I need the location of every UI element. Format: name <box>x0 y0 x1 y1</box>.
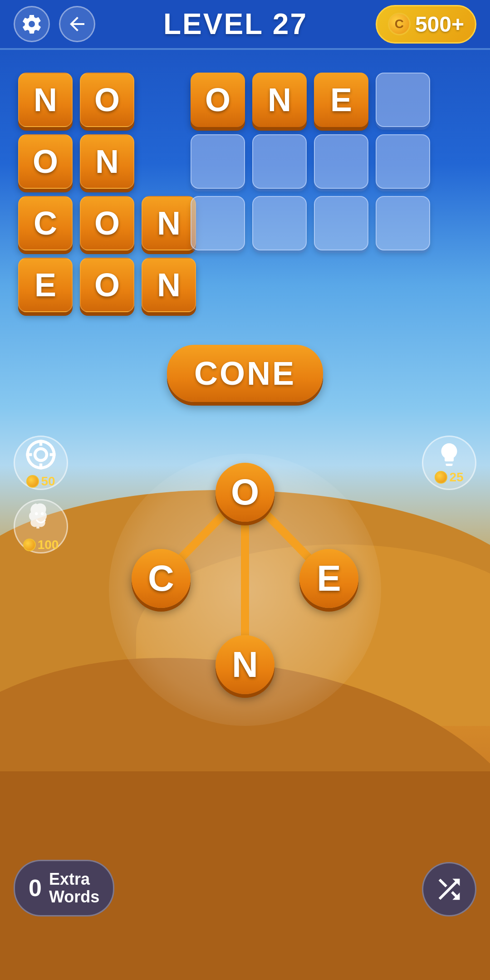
coin-icon: C <box>388 13 411 35</box>
brain-cost: 100 <box>23 538 59 552</box>
target-icon <box>23 437 59 472</box>
target-cost: 50 <box>26 474 55 489</box>
circle-letter-O[interactable]: O <box>216 463 274 522</box>
hint-cost-coin <box>435 471 447 484</box>
tile-N3[interactable]: N <box>142 196 196 250</box>
back-button[interactable] <box>59 6 95 42</box>
tile-O1[interactable]: O <box>80 73 134 127</box>
brain-cost-value: 100 <box>38 538 59 552</box>
level-title: LEVEL 27 <box>163 7 308 41</box>
hint-button[interactable]: 25 <box>422 436 476 490</box>
word-row-4: E O N <box>18 258 196 312</box>
answer-tile-empty-7 <box>252 196 307 250</box>
extra-words-label: ExtraWords <box>49 870 99 906</box>
current-word-text: CONE <box>194 355 296 392</box>
tile-O2[interactable]: O <box>18 134 73 189</box>
brain-button[interactable]: 100 <box>14 499 68 554</box>
tile-N1[interactable]: N <box>18 73 73 127</box>
extra-words-count: 0 <box>29 874 42 902</box>
current-word-display: CONE <box>167 345 323 402</box>
circle-letter-N[interactable]: N <box>216 635 274 694</box>
gear-icon <box>21 13 43 35</box>
shuffle-button[interactable] <box>422 862 476 916</box>
settings-button[interactable] <box>14 6 50 42</box>
answer-tile-empty-8 <box>314 196 368 250</box>
header: LEVEL 27 C 500+ <box>0 0 490 50</box>
answer-tile-empty-2 <box>191 134 245 189</box>
hint-cost-value: 25 <box>449 470 463 485</box>
answer-grid: O N E <box>191 73 430 250</box>
answer-row-3 <box>191 196 430 250</box>
word-row-2: O N <box>18 134 196 189</box>
tile-N4[interactable]: N <box>142 258 196 312</box>
answer-row-1: O N E <box>191 73 430 127</box>
answer-tile-empty-4 <box>314 134 368 189</box>
lightbulb-icon <box>436 441 463 468</box>
answer-tile-empty-3 <box>252 134 307 189</box>
answer-tile-empty-5 <box>376 134 430 189</box>
tile-N2[interactable]: N <box>80 134 134 189</box>
brain-icon <box>23 500 59 536</box>
answer-tile-E: E <box>314 73 368 127</box>
answer-tile-N: N <box>252 73 307 127</box>
answer-tile-empty-1 <box>376 73 430 127</box>
tile-E1[interactable]: E <box>18 258 73 312</box>
extra-words-button[interactable]: 0 ExtraWords <box>14 860 114 916</box>
shuffle-icon <box>433 873 465 905</box>
target-cost-value: 50 <box>41 474 55 489</box>
answer-tile-empty-6 <box>191 196 245 250</box>
word-row-1: N O <box>18 73 196 127</box>
svg-point-8 <box>41 512 44 515</box>
target-cost-coin <box>26 475 39 488</box>
hint-cost: 25 <box>435 470 463 485</box>
answer-row-2 <box>191 134 430 189</box>
coins-value: 500+ <box>415 12 464 37</box>
circle-letter-E[interactable]: E <box>299 549 358 608</box>
back-arrow-icon <box>66 13 88 35</box>
brain-cost-coin <box>23 539 36 551</box>
target-button[interactable]: 50 <box>14 436 68 490</box>
word-row-3: C O N <box>18 196 196 250</box>
tile-C1[interactable]: C <box>18 196 73 250</box>
coins-display[interactable]: C 500+ <box>376 5 476 44</box>
word-grid: N O O N C O N E O N <box>18 73 196 312</box>
letter-circle[interactable]: O C E N <box>109 454 381 726</box>
answer-tile-empty-9 <box>376 196 430 250</box>
answer-tile-O: O <box>191 73 245 127</box>
tile-O4[interactable]: O <box>80 258 134 312</box>
svg-point-7 <box>35 512 38 515</box>
header-left <box>14 6 95 42</box>
circle-letter-C[interactable]: C <box>132 549 191 608</box>
tile-O3[interactable]: O <box>80 196 134 250</box>
